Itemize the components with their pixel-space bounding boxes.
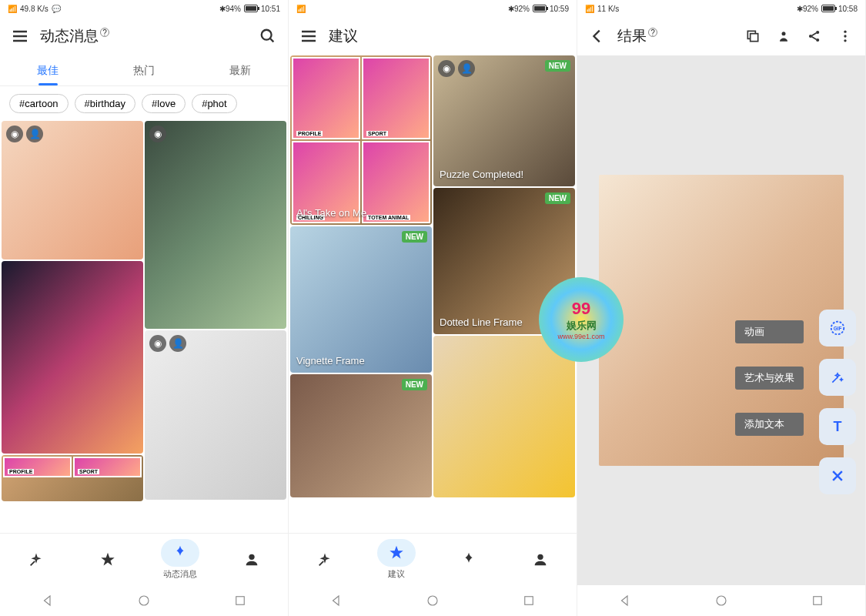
more-icon[interactable] [834, 25, 856, 47]
home-btn[interactable] [137, 594, 151, 608]
svg-point-15 [844, 39, 846, 42]
home-btn[interactable] [714, 594, 728, 608]
magic-button[interactable] [819, 359, 856, 396]
tab-new[interactable]: 最新 [192, 55, 288, 85]
eye-icon[interactable]: ◉ [149, 126, 166, 142]
chip-love[interactable]: #love [142, 94, 186, 113]
nav-suggestions[interactable]: 建议 [377, 539, 416, 580]
svg-rect-6 [524, 597, 533, 605]
page-title: 建议 [329, 26, 358, 46]
svg-point-4 [538, 554, 543, 559]
recent-btn[interactable] [811, 594, 824, 608]
feed-card[interactable]: ◉ [145, 121, 286, 329]
recent-btn[interactable] [522, 594, 536, 608]
copy-icon[interactable] [742, 25, 764, 47]
nav-profile[interactable] [232, 546, 271, 574]
eye-icon[interactable]: ◉ [6, 126, 23, 142]
tab-best[interactable]: 最佳 [0, 55, 96, 85]
action-buttons: GIF T [819, 310, 856, 494]
feed-card[interactable] [2, 261, 143, 454]
image-grid: ◉👤 PROFILE SPORT ◉ ◉👤 [0, 121, 288, 533]
menu-icon[interactable] [298, 25, 319, 47]
net-speed: 49.8 K/s [20, 5, 48, 13]
header: 结果? [577, 17, 865, 55]
person-icon[interactable] [773, 25, 794, 47]
svg-point-5 [428, 596, 437, 605]
nav-profile[interactable] [521, 546, 560, 574]
card-sunflower[interactable] [433, 336, 575, 497]
clock: 10:59 [550, 5, 569, 13]
page-title: 结果? [617, 26, 657, 46]
battery-text: ✱92% [508, 5, 530, 13]
svg-point-13 [844, 31, 846, 33]
suggestion-grid: ◉ PROFILE SPORT CHILLING TOTEM ANIMAL Al… [289, 55, 577, 533]
help-icon[interactable]: ? [648, 28, 657, 37]
svg-point-14 [844, 35, 846, 37]
header: 建议 [289, 17, 577, 55]
svg-point-18 [717, 596, 726, 605]
new-badge: NEW [402, 231, 427, 243]
status-bar: 📶 ✱92%10:59 [289, 0, 577, 17]
menu-icon[interactable] [9, 25, 31, 47]
nav-star[interactable] [89, 546, 127, 574]
battery-text: ✱92% [797, 5, 818, 13]
text-button[interactable]: T [819, 408, 856, 445]
hashtag-chips: #cartoon #birthday #love #phot [0, 86, 288, 121]
action-labels: 动画 艺术与效果 添加文本 [735, 320, 804, 436]
label-anim: 动画 [735, 320, 804, 343]
back-btn[interactable] [329, 594, 343, 608]
chip-cartoon[interactable]: #cartoon [9, 94, 69, 113]
gif-button[interactable]: GIF [819, 310, 856, 346]
signal-icon: 📶 [296, 5, 306, 13]
svg-text:GIF: GIF [834, 326, 842, 331]
screen-suggestions: 📶 ✱92%10:59 建议 ◉ PROFILE SPORT CHILLING … [289, 0, 577, 616]
user-icon[interactable]: 👤 [458, 60, 475, 77]
android-nav [0, 585, 288, 616]
label-text: 添加文本 [735, 413, 804, 436]
page-title: 动态消息? [40, 26, 109, 46]
screen-feed: 📶 49.8 K/s 💬 ✱94% 10:51 动态消息? 最佳 热门 最新 #… [0, 0, 289, 616]
card-label: Dotted Line Frame [433, 310, 529, 334]
new-badge: NEW [545, 192, 570, 204]
share-icon[interactable] [804, 25, 825, 47]
header: 动态消息? [0, 17, 288, 55]
tab-hot[interactable]: 热门 [96, 55, 192, 85]
home-btn[interactable] [426, 594, 440, 608]
clock: 10:58 [838, 5, 858, 13]
chip-birthday[interactable]: #birthday [75, 94, 135, 113]
svg-point-0 [262, 30, 272, 40]
back-btn[interactable] [618, 594, 632, 608]
nav-magic[interactable] [306, 546, 344, 574]
card-comic[interactable]: ◉ PROFILE SPORT CHILLING TOTEM ANIMAL Al… [290, 55, 432, 225]
card-puzzle[interactable]: ◉👤 NEW Puzzle Completed! [433, 55, 575, 186]
nav-feed[interactable] [450, 546, 488, 574]
card-vignette[interactable]: NEW Vignette Frame [290, 226, 432, 373]
result-image[interactable] [599, 175, 844, 466]
feed-card[interactable]: ◉👤 [2, 121, 143, 259]
nav-feed[interactable]: 动态消息 [161, 539, 199, 580]
back-btn[interactable] [41, 594, 55, 608]
close-button[interactable] [819, 457, 856, 494]
eye-icon[interactable]: ◉ [438, 60, 455, 77]
label-art: 艺术与效果 [735, 367, 804, 390]
clock: 10:51 [261, 5, 280, 13]
eye-icon[interactable]: ◉ [149, 335, 166, 352]
feed-card[interactable]: PROFILE SPORT [2, 455, 143, 501]
svg-rect-8 [751, 34, 758, 42]
new-badge: NEW [402, 379, 427, 390]
back-icon[interactable] [587, 25, 608, 47]
nav-magic[interactable] [17, 546, 55, 574]
search-icon[interactable] [257, 25, 279, 47]
user-icon[interactable]: 👤 [26, 126, 43, 142]
chip-photo[interactable]: #phot [192, 94, 237, 113]
svg-rect-3 [236, 597, 244, 605]
battery-icon [244, 5, 258, 12]
screen-result: 99 娱乐网 www.99e1.com 📶11 K/s ✱92%10:58 结果… [577, 0, 866, 616]
feed-card[interactable]: ◉👤 [145, 330, 286, 500]
tabs: 最佳 热门 最新 [0, 55, 288, 86]
user-icon[interactable]: 👤 [169, 335, 186, 352]
card-couple[interactable]: NEW [290, 374, 432, 497]
help-icon[interactable]: ? [100, 28, 109, 37]
svg-point-9 [782, 32, 786, 35]
recent-btn[interactable] [233, 594, 247, 608]
